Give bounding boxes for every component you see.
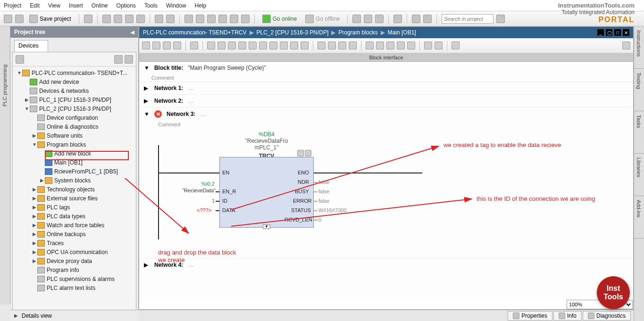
et-icon-right[interactable] (622, 41, 630, 49)
tree-proxy-data[interactable]: ▶Device proxy data (13, 256, 136, 265)
menu-window[interactable]: Window (166, 2, 186, 9)
menu-help[interactable]: Help (195, 2, 207, 9)
tab-diagnostics[interactable]: Diagnostics (583, 311, 631, 321)
tree-plc1[interactable]: ▶PLC_1 [CPU 1516-3 PN/DP] (13, 95, 136, 104)
et-icon[interactable] (217, 41, 226, 49)
upload-icon[interactable] (196, 15, 204, 23)
details-expand-icon[interactable]: ▶ (14, 313, 18, 318)
tree-plc-types[interactable]: ▶PLC data types (13, 212, 136, 221)
net-caret-icon[interactable]: ▶ (144, 262, 150, 268)
et-icon[interactable] (163, 41, 171, 49)
rt-icon[interactable] (241, 15, 250, 23)
et-icon[interactable] (259, 41, 267, 49)
tree-device-config[interactable]: Device configuration (13, 113, 136, 122)
tree-watch-tables[interactable]: ▶Watch and force tables (13, 221, 136, 230)
compile-icon[interactable] (207, 15, 216, 23)
in-data-val[interactable]: <???> (197, 207, 211, 213)
et-icon[interactable] (366, 41, 374, 49)
dev-tb-icon2[interactable] (114, 55, 123, 64)
tab-info[interactable]: Info (553, 311, 582, 321)
redo-icon[interactable] (166, 15, 175, 23)
rtab-testing[interactable]: Testing (634, 69, 644, 111)
tree-plc2[interactable]: ▼PLC_2 [CPU 1516-3 PN/DP] (13, 104, 136, 113)
go-online-button[interactable]: Go online (259, 14, 300, 24)
download-icon[interactable] (184, 15, 193, 23)
crumb-3[interactable]: Main [OB1] (388, 29, 416, 36)
open-project-icon[interactable] (15, 15, 24, 23)
tree-add-device[interactable]: Add new device (13, 77, 136, 86)
rtab-tasks[interactable]: Tasks (634, 111, 644, 154)
tree-add-block[interactable]: Add new block (13, 149, 136, 158)
et-icon[interactable] (228, 41, 236, 49)
search-go-icon[interactable] (496, 15, 505, 23)
et-icon[interactable] (386, 41, 394, 49)
et-icon[interactable] (407, 41, 415, 49)
in-enr-addr[interactable]: %I0.2 (182, 181, 215, 187)
et-icon[interactable] (269, 41, 277, 49)
menu-options[interactable]: Options (117, 2, 136, 9)
block-comment[interactable]: Comment (139, 74, 633, 82)
in-id-val[interactable]: 1 (205, 198, 215, 204)
hw-icon[interactable] (218, 15, 227, 23)
undo-icon[interactable] (155, 15, 163, 23)
split-v-icon[interactable] (423, 15, 432, 23)
net-caret-icon[interactable]: ▶ (144, 98, 150, 104)
block-interface-bar[interactable]: Block interface (139, 53, 633, 62)
tab-properties[interactable]: Properties (508, 311, 552, 321)
rtab-instructions[interactable]: Instructions (634, 26, 644, 69)
cut-icon[interactable] (102, 15, 111, 23)
net-caret-icon[interactable]: ▶ (144, 85, 150, 91)
et-icon[interactable] (280, 41, 288, 49)
tree-opcua[interactable]: ▶OPC UA communication (13, 247, 136, 256)
save-project-button[interactable]: Save project (26, 14, 74, 24)
et-icon[interactable] (328, 41, 336, 49)
rtab-addins[interactable]: Add-ins (634, 196, 644, 239)
tree-main-ob1[interactable]: Main [OB1] (13, 158, 136, 167)
et-icon[interactable] (452, 41, 460, 49)
et-icon[interactable] (152, 41, 160, 49)
tree-plc-tags[interactable]: ▶PLC tags (13, 203, 136, 212)
et-icon[interactable] (397, 41, 405, 49)
network-3-row[interactable]: ▼✕Network 3:.... (139, 107, 633, 121)
crumb-1[interactable]: PLC_2 [CPU 1516-3 PN/DP] (257, 29, 329, 36)
min-button[interactable]: _ (597, 29, 604, 36)
tree-tech-objects[interactable]: ▶Technology objects (13, 185, 136, 194)
in-enr-name[interactable]: "RecieveData" (171, 188, 216, 193)
crumb-2[interactable]: Program blocks (338, 29, 377, 36)
tree-receive-db5[interactable]: RcieveFromPLC_1 [DB5] (13, 167, 136, 176)
tree-program-info[interactable]: Program info (13, 265, 136, 274)
new-project-icon[interactable] (4, 15, 12, 23)
et-icon[interactable] (301, 41, 309, 49)
rtab-libraries[interactable]: Libraries (634, 154, 644, 196)
tree-software-units[interactable]: ▶Software units (13, 131, 136, 140)
et-icon[interactable] (190, 41, 198, 49)
et-icon[interactable] (349, 41, 357, 49)
menu-project[interactable]: Project (4, 2, 21, 9)
net-caret-icon[interactable]: ▼ (144, 111, 150, 117)
menu-view[interactable]: View (48, 2, 60, 9)
devices-tab[interactable]: Devices (14, 40, 48, 52)
tree-alarm-texts[interactable]: PLC alarm text lists (13, 283, 136, 292)
network-1-row[interactable]: ▶Network 1:.... (139, 82, 633, 94)
tree-devices-networks[interactable]: Devices & networks (13, 86, 136, 95)
delete-icon[interactable] (136, 15, 145, 23)
et-icon[interactable] (238, 41, 246, 49)
menu-insert[interactable]: Insert (69, 2, 83, 9)
close-button[interactable]: ✕ (623, 29, 629, 36)
tree-root[interactable]: ▼PLC-PLC communcation- TSEND+T... (13, 68, 136, 77)
et-icon[interactable] (435, 41, 443, 49)
print-icon[interactable] (84, 15, 92, 23)
misc-icon[interactable] (375, 15, 384, 23)
et-icon[interactable] (318, 41, 326, 49)
max-button[interactable]: □ (614, 29, 621, 36)
et-icon[interactable] (207, 41, 215, 49)
copy-icon[interactable] (114, 15, 122, 23)
tree-backups[interactable]: ▶Online backups (13, 230, 136, 239)
tree-online-diag[interactable]: Online & diagnostics (13, 122, 136, 131)
restore-button[interactable]: ▢ (606, 29, 612, 36)
misc-icon[interactable] (364, 15, 372, 23)
et-icon[interactable] (173, 41, 181, 49)
tree-program-blocks[interactable]: ▼Program blocks (13, 140, 136, 149)
crumb-0[interactable]: PLC-PLC communcation- TSEND+TRCV (143, 29, 247, 36)
et-icon[interactable] (249, 41, 257, 49)
